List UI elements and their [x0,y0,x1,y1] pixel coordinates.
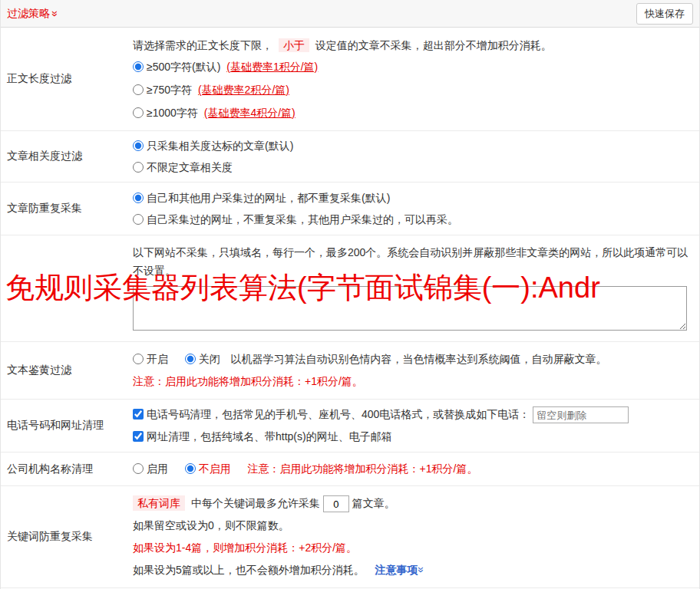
relevance-strict-label[interactable]: 只采集相关度达标的文章(默认) [133,140,293,152]
double-chevron-down-icon[interactable]: » [415,567,426,573]
dedup-all-label[interactable]: 自己和其他用户采集过的网址，都不重复采集(默认) [133,192,390,204]
length-option-1000-radio[interactable] [133,107,144,118]
porn-filter-description: 以机器学习算法自动识别色情内容，当色情概率达到系统阈值，自动屏蔽文章。 [231,353,607,365]
length-desc-before: 请选择需求的正文长度下限， [133,39,272,51]
relevance-strict-radio[interactable] [133,140,144,151]
company-clean-options: 启用 不启用 注意：启用此功能将增加积分消耗：+1积分/篇。 [133,458,693,480]
length-option-500: ≥500字符(默认) (基础费率1积分/篇) [133,55,693,78]
dedup-self-text: 自己采集过的网址，不重复采集，其他用户采集过的，可以再采。 [147,213,458,225]
replacement-phone-input[interactable] [533,406,629,423]
blocked-domains-textarea[interactable] [133,286,687,331]
row-article-dedup: 文章防重复采集 自己和其他用户采集过的网址，都不重复采集(默认) 自己采集过的网… [1,183,699,235]
section-title: 过滤策略 » [7,7,58,21]
dedup-all-text: 自己和其他用户采集过的网址，都不重复采集(默认) [147,192,390,204]
keyword-note-zero: 如果留空或设为0，则不限篇数。 [133,515,693,537]
relevance-option-strict: 只采集相关度达标的文章(默认) [133,135,693,156]
porn-on-radio[interactable] [133,354,144,364]
company-off-text: 不启用 [199,462,231,475]
row-site-blacklist: 以下网站不采集，只填域名，每行一个，最多200个。系统会自动识别并屏蔽那些非文章… [1,235,699,342]
relevance-any-radio[interactable] [133,162,144,173]
relevance-option-any: 不限定文章相关度 [133,156,693,178]
row-keyword-dedup: 关键词防重复采集 私有词库 中每个关键词最多允许采集 篇文章。 如果留空或设为0… [1,486,699,588]
row-label-relevance-filter: 文章相关度过滤 [1,131,133,182]
less-than-highlight: 小于 [279,38,309,52]
length-option-750-radio[interactable] [133,84,144,95]
length-option-500-label[interactable]: ≥500字符(默认) [133,61,220,73]
private-lexicon-badge[interactable]: 私有词库 [133,495,185,511]
porn-off-text: 关闭 [199,353,220,365]
company-on-text: 启用 [147,462,168,475]
porn-on-text: 开启 [147,353,168,365]
relevance-strict-text: 只采集相关度达标的文章(默认) [147,140,293,152]
row-label-site-blacklist [1,235,133,341]
url-clean-label[interactable]: 网址清理，包括纯域名、带http(s)的网址、电子邮箱 [133,430,392,443]
company-off-radio[interactable] [185,463,196,474]
porn-filter-cost-note: 注意：启用此功能将增加积分消耗：+1积分/篇。 [133,370,693,393]
phone-clean-checkbox[interactable] [133,409,144,420]
url-clean-checkbox[interactable] [133,431,144,442]
length-filter-description: 请选择需求的正文长度下限， 小于 设定值的文章不采集，超出部分不增加积分消耗。 [133,35,693,55]
porn-on-label[interactable]: 开启 [133,353,168,365]
company-off-label[interactable]: 不启用 [185,462,231,475]
porn-off-radio[interactable] [185,354,196,364]
section-title-text: 过滤策略 [7,7,50,21]
phone-clean-option: 电话号码清理，包括常见的手机号、座机号、400电话格式，或替换成如下电话： [133,403,693,426]
company-clean-cost-note: 注意：启用此功能将增加积分消耗：+1积分/篇。 [248,462,478,475]
url-clean-text: 网址清理，包括纯域名、带http(s)的网址、电子邮箱 [147,430,392,443]
row-porn-filter: 文本鉴黄过滤 开启 关闭 以机器学习算法自动识别色情内容，当色情概率达到系统阈值… [1,342,699,400]
topbar: 过滤策略 » 快速保存 [1,0,699,28]
length-option-500-text: ≥500字符(默认) [147,61,220,73]
length-option-1000: ≥1000字符 (基础费率4积分/篇) [133,101,693,124]
base-rate-4-link[interactable]: (基础费率4积分/篇) [204,107,296,119]
row-phone-url-clean: 电话号码和网址清理 电话号码清理，包括常见的手机号、座机号、400电话格式，或替… [1,400,699,452]
porn-filter-options: 开启 关闭 以机器学习算法自动识别色情内容，当色情概率达到系统阈值，自动屏蔽文章… [133,348,693,370]
length-desc-after: 设定值的文章不采集，超出部分不增加积分消耗。 [315,39,552,51]
quick-save-button[interactable]: 快速保存 [636,3,693,25]
url-clean-option: 网址清理，包括纯域名、带http(s)的网址、电子邮箱 [133,426,693,448]
keyword-limit-line: 私有词库 中每个关键词最多允许采集 篇文章。 [133,492,693,515]
company-on-label[interactable]: 启用 [133,462,168,475]
dedup-option-self: 自己采集过的网址，不重复采集，其他用户采集过的，可以再采。 [133,209,693,230]
row-relevance-filter: 文章相关度过滤 只采集相关度达标的文章(默认) 不限定文章相关度 [1,131,699,183]
length-option-750: ≥750字符 (基础费率2积分/篇) [133,78,693,101]
relevance-any-label[interactable]: 不限定文章相关度 [133,161,233,173]
relevance-any-text: 不限定文章相关度 [147,161,233,173]
blacklist-description: 以下网站不采集，只填域名，每行一个，最多200个。系统会自动识别并屏蔽那些非文章… [133,243,695,280]
length-option-750-label[interactable]: ≥750字符 [133,84,192,96]
keyword-limit-unit: 篇文章。 [352,497,395,509]
keyword-note-5plus: 如果设为5篇或以上，也不会额外增加积分消耗。 注意事项» [133,559,693,581]
double-chevron-down-icon[interactable]: » [50,11,61,17]
length-option-500-radio[interactable] [133,61,144,72]
row-label-porn-filter: 文本鉴黄过滤 [1,342,133,399]
row-label-length-filter: 正文长度过滤 [1,28,133,130]
keyword-limit-count-input[interactable] [323,495,349,512]
base-rate-1-link[interactable]: (基础费率1积分/篇) [226,61,318,73]
length-option-1000-text: ≥1000字符 [147,107,198,119]
row-label-keyword-dedup: 关键词防重复采集 [1,486,133,587]
base-rate-2-link[interactable]: (基础费率2积分/篇) [198,84,289,96]
keyword-limit-text: 中每个关键词最多允许采集 [191,497,320,509]
keyword-note-1-4: 如果设为1-4篇，则增加积分消耗：+2积分/篇。 [133,537,693,559]
phone-clean-text: 电话号码清理，包括常见的手机号、座机号、400电话格式，或替换成如下电话： [147,408,530,420]
row-length-filter: 正文长度过滤 请选择需求的正文长度下限， 小于 设定值的文章不采集，超出部分不增… [1,28,699,131]
company-on-radio[interactable] [133,463,144,474]
length-option-750-text: ≥750字符 [147,84,192,96]
row-company-clean: 公司机构名称清理 启用 不启用 注意：启用此功能将增加积分消耗：+1积分/篇。 [1,452,699,486]
length-option-1000-label[interactable]: ≥1000字符 [133,107,198,119]
dedup-all-radio[interactable] [133,192,144,203]
phone-clean-label[interactable]: 电话号码清理，包括常见的手机号、座机号、400电话格式，或替换成如下电话： [133,408,530,420]
keyword-note-5plus-text: 如果设为5篇或以上，也不会额外增加积分消耗。 [133,564,365,576]
dedup-self-radio[interactable] [133,214,144,225]
notice-link[interactable]: 注意事项 [375,564,418,576]
row-label-article-dedup: 文章防重复采集 [1,183,133,235]
row-label-company-clean: 公司机构名称清理 [1,452,133,485]
dedup-option-all: 自己和其他用户采集过的网址，都不重复采集(默认) [133,187,693,209]
row-label-phone-url-clean: 电话号码和网址清理 [1,400,133,452]
porn-off-label[interactable]: 关闭 [185,353,220,365]
dedup-self-label[interactable]: 自己采集过的网址，不重复采集，其他用户采集过的，可以再采。 [133,213,458,225]
